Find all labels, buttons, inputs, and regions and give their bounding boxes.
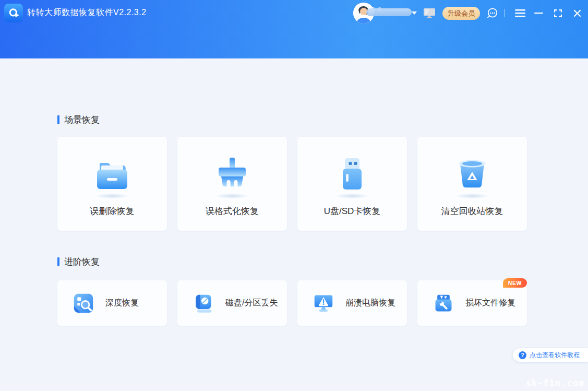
card-label: 磁盘/分区丢失 (225, 298, 278, 309)
card-crashed-pc-recovery[interactable]: 崩溃电脑恢复 (297, 280, 407, 326)
icon-shadow (95, 194, 129, 198)
brush-icon (213, 157, 251, 191)
card-label: 误删除恢复 (90, 205, 135, 217)
card-label: 深度恢复 (105, 298, 139, 309)
card-recycle-bin-recovery[interactable]: 清空回收站恢复 (417, 137, 527, 231)
maximize-button[interactable] (553, 9, 563, 17)
card-broken-file-repair[interactable]: NEW 损坏文件修复 (417, 280, 527, 326)
card-label: 崩溃电脑恢复 (345, 298, 395, 309)
card-deleted-recovery[interactable]: 误删除恢复 (57, 137, 167, 231)
hamburger-icon (515, 9, 525, 17)
customer-service-icon[interactable] (486, 7, 499, 19)
close-button[interactable] (572, 9, 582, 17)
headset-glyph (486, 7, 499, 19)
question-icon: ? (519, 351, 526, 359)
watermark: sk-f1n.com (526, 378, 584, 388)
recycle-bin-icon (453, 157, 491, 191)
minimize-icon (534, 9, 543, 17)
icon-shadow (335, 194, 369, 198)
card-label: 误格式化恢复 (206, 205, 259, 217)
app-title: 转转大师数据恢复软件V2.2.3.2 (27, 7, 147, 18)
menu-button[interactable] (515, 9, 525, 17)
hard-disk-icon (193, 293, 214, 314)
card-disk-partition-lost[interactable]: 磁盘/分区丢失 (177, 280, 287, 326)
section-marker (57, 257, 59, 266)
crashed-pc-icon (313, 293, 334, 314)
advanced-card-row: 深度恢复 磁盘/分区丢失 (57, 280, 527, 326)
deep-scan-icon (73, 293, 94, 314)
tutorial-label: 点击查看软件教程 (530, 351, 580, 360)
card-label: 清空回收站恢复 (441, 205, 503, 217)
card-label: 损坏文件修复 (465, 298, 515, 309)
app-window: 转转大师数据恢复软件V2.2.3.2 ID:6 (0, 0, 588, 391)
open-folder-icon (93, 157, 131, 191)
card-formatted-recovery[interactable]: 误格式化恢复 (177, 137, 287, 231)
icon-shadow (455, 194, 489, 198)
section-title-scene-label: 场景恢复 (64, 114, 100, 126)
chevron-down-icon (412, 11, 417, 15)
tutorial-button[interactable]: ? 点击查看软件教程 (513, 348, 588, 362)
titlebar: 转转大师数据恢复软件V2.2.3.2 ID:6 (0, 0, 588, 26)
card-deep-recovery[interactable]: 深度恢复 (57, 280, 167, 326)
section-marker (57, 115, 59, 124)
card-usb-sd-recovery[interactable]: U盘/SD卡恢复 (297, 137, 407, 231)
section-title-advanced: 进阶恢复 (57, 256, 100, 268)
section-title-scene: 场景恢复 (57, 114, 100, 126)
close-icon (573, 9, 581, 17)
new-badge: NEW (503, 278, 527, 288)
titlebar-divider (505, 9, 505, 17)
magnifier-arrow-icon (7, 6, 20, 20)
monitor-glyph (423, 7, 436, 19)
user-id-censor-blur (366, 8, 412, 16)
app-logo (4, 4, 23, 22)
minimize-button[interactable] (533, 9, 544, 17)
icon-shadow (215, 194, 249, 198)
device-monitor-icon[interactable] (423, 7, 436, 19)
upgrade-member-button[interactable]: 升级会员 (442, 7, 480, 20)
scene-card-row: 误删除恢复 误格式化恢复 (57, 137, 527, 231)
account-menu[interactable]: ID:6 (353, 3, 418, 23)
upgrade-member-label: 升级会员 (448, 9, 475, 18)
usb-drive-icon (333, 157, 371, 191)
repair-toolbox-icon (433, 293, 454, 314)
header-bar: 转转大师数据恢复软件V2.2.3.2 ID:6 (0, 0, 588, 58)
section-title-advanced-label: 进阶恢复 (64, 256, 100, 268)
card-label: U盘/SD卡恢复 (324, 205, 381, 217)
maximize-icon (554, 9, 562, 18)
